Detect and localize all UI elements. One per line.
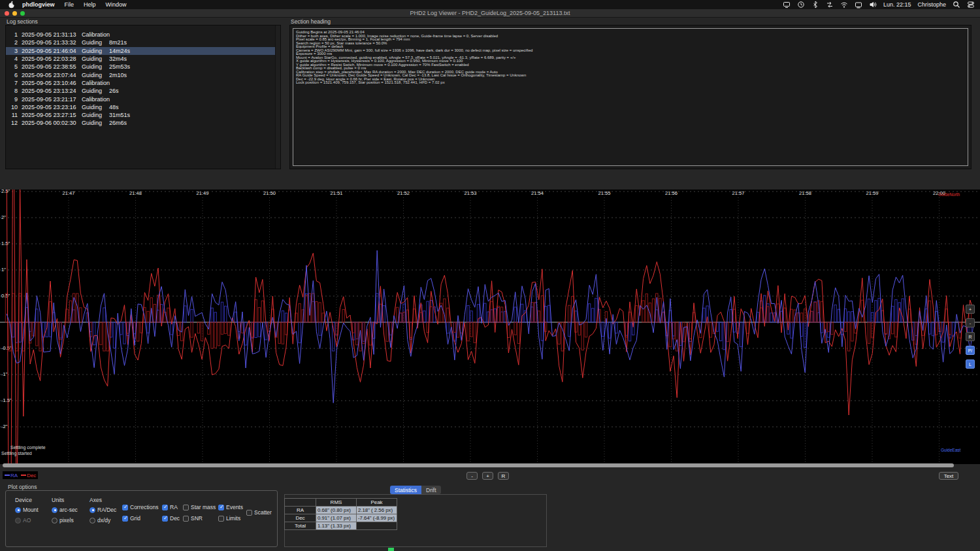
radio-ao[interactable]: AO [15,517,39,524]
log-section-row[interactable]: 32025-09-05 21:46:04Guiding14m24s [6,47,280,55]
checkbox-box[interactable] [218,505,224,510]
log-section-row[interactable]: 72025-09-05 23:10:46Calibration [6,79,280,87]
option-group-device: DeviceMountAO [15,497,39,527]
checkbox-snr[interactable]: SNR [183,515,203,522]
checkbox-box[interactable] [183,516,189,522]
checkbox-box[interactable] [122,505,128,510]
stats-header-row: RMSPeak [285,499,397,507]
checkbox-box[interactable] [122,516,128,522]
wifi-icon[interactable] [840,1,848,8]
checkbox-ra[interactable]: RA [162,504,178,510]
radio-icon[interactable] [90,507,95,513]
radio-arc-sec[interactable]: arc-sec [52,507,78,513]
legend-item-dec: Dec [21,473,36,478]
radio-icon[interactable] [15,507,21,513]
checkbox-dec[interactable]: Dec [162,515,180,522]
log-section-row[interactable]: 92025-09-05 23:21:17Calibration [6,95,280,103]
svg-text:21:54: 21:54 [531,190,544,196]
checkbox-box[interactable] [183,505,189,510]
radio-icon[interactable] [52,507,57,513]
stats-peak-value: -7.64" (-8.99 px) [357,514,397,522]
chart-side-buttons: +-RP/L [966,305,975,369]
log-section-row[interactable]: 62025-09-05 23:07:44Guiding2m10s [6,71,280,78]
bluetooth-icon[interactable] [811,1,819,8]
app-menu-title[interactable]: phdlogview [22,1,55,8]
row-datetime: 2025-09-05 23:21:17 [22,96,82,103]
row-duration: 26s [109,88,280,94]
log-section-row[interactable]: 22025-09-05 21:33:32Guiding8m21s [6,39,280,46]
section-heading-label: Section heading [291,18,331,25]
row-duration: 8m21s [109,39,280,46]
tab-statistics[interactable]: Statistics [390,486,421,494]
chart-button-vscale-down[interactable]: - [466,472,478,480]
volume-icon[interactable] [869,1,877,8]
chart-nav-buttons: -+R [466,472,509,480]
log-section-row[interactable]: 82025-09-05 23:13:24Guiding26s [6,87,280,95]
radio-mount[interactable]: Mount [15,507,39,513]
radio-ra-dec[interactable]: RA/Dec [90,507,116,513]
device-group-label: Device [15,497,39,503]
input-switch-icon[interactable] [826,1,834,8]
checkbox-box[interactable] [246,510,252,516]
menu-window[interactable]: Window [106,1,127,8]
apple-menu-icon[interactable] [8,1,16,9]
chart-button-reset-view[interactable]: R [966,332,975,341]
chart-button-vscale-reset[interactable]: R [498,472,509,480]
chart-button-axis-toggle[interactable]: P/ [966,346,975,355]
checkbox-corrections[interactable]: Corrections [122,504,158,510]
chart-button-lock-toggle[interactable]: L [966,359,975,369]
window-title: PHD2 Log Viewer - PHD2_GuideLog_2025-09-… [0,10,980,16]
axes-group-label: Axes [90,497,116,503]
svg-text:21:59: 21:59 [866,190,879,196]
log-section-row[interactable]: 12025-09-05 21:31:13Calibration [6,31,280,39]
text-view-button[interactable]: Text [939,472,958,480]
legend-swatch [5,475,10,476]
tab-drift[interactable]: Drift [421,486,441,494]
log-section-row[interactable]: 102025-09-05 23:23:16Guiding48s [6,103,280,111]
log-section-row[interactable]: 42025-09-05 22:03:28Guiding32m4s [6,55,280,63]
row-number: 12 [7,120,18,126]
chart-button-zoom-in[interactable]: + [966,305,975,314]
chart-button-zoom-out[interactable]: - [966,318,975,327]
log-section-row[interactable]: 52025-09-05 22:38:55Guiding25m53s [6,63,280,71]
menubar-user[interactable]: Christophe [917,1,946,8]
heading-line: Lock position = 1521.409, 759.157, Star … [296,81,965,85]
checkbox-events[interactable]: Events [218,504,243,510]
sidecar-icon[interactable] [855,1,862,8]
checkbox-box[interactable] [162,516,168,522]
log-sections-scrollbar[interactable] [275,25,280,169]
horizontal-scrollbar-thumb[interactable] [3,463,954,467]
checkbox-star-mass[interactable]: Star mass [183,504,216,510]
radio-icon[interactable] [15,518,21,524]
stats-rms-value: 1.13" (1.33 px) [316,522,357,530]
guide-chart[interactable]: 21:4721:4821:4921:5021:5121:5221:5321:54… [0,190,980,464]
radio-pixels[interactable]: pixels [52,517,78,524]
menu-file[interactable]: File [65,1,74,8]
plot-options-label: Plot options [8,484,37,490]
menubar-clock[interactable]: Lun. 22:15 [883,1,911,8]
guide-chart-area[interactable]: 21:4721:4821:4921:5021:5121:5221:5321:54… [0,190,980,464]
search-icon[interactable] [953,1,960,8]
row-type: Guiding [82,48,109,54]
checkbox-box[interactable] [162,505,168,510]
svg-text:21:52: 21:52 [397,190,410,196]
row-type: Guiding [82,88,109,94]
log-section-row[interactable]: 122025-09-06 00:02:30Guiding26m6s [6,119,280,127]
checkbox-scatter[interactable]: Scatter [246,509,272,516]
checkbox-grid[interactable]: Grid [122,515,140,522]
checkbox-limits[interactable]: Limits [218,515,240,522]
log-section-row[interactable]: 112025-09-05 23:27:15Guiding31m51s [6,111,280,119]
checkbox-box[interactable] [218,516,224,522]
radio-dx-dy[interactable]: dx/dy [90,517,116,524]
control-center-icon[interactable] [967,1,975,8]
radio-icon[interactable] [52,518,57,524]
row-number: 6 [7,72,18,78]
chart-button-vscale-up[interactable]: + [482,472,493,480]
radio-icon[interactable] [90,518,95,524]
display-mirroring-icon[interactable] [783,1,791,8]
time-machine-icon[interactable] [797,1,805,8]
row-datetime: 2025-09-05 23:27:15 [22,112,82,118]
menu-help[interactable]: Help [84,1,96,8]
row-type: Guiding [82,112,109,118]
guide-east-label: GuideEast [941,448,961,452]
